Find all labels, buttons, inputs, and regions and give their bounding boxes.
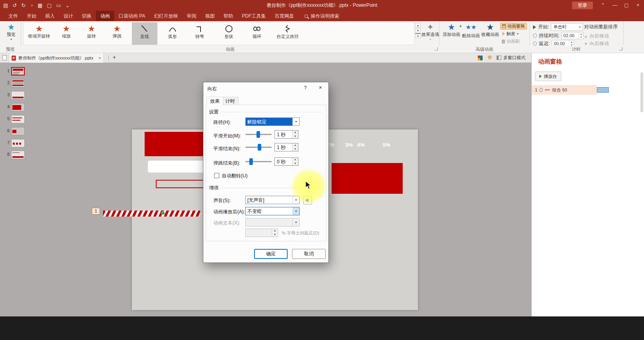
slide-thumbnail-8[interactable]: [11, 151, 25, 159]
ok-button[interactable]: 确定: [254, 249, 288, 259]
save-icon[interactable]: ▤: [3, 2, 8, 8]
slider-thumb[interactable]: [256, 131, 260, 138]
settings-gear-icon[interactable]: ⚙: [487, 54, 492, 60]
spin-up-icon[interactable]: ▲: [292, 158, 298, 162]
play-from-button[interactable]: 播放自: [535, 72, 561, 81]
slide-thumbnail-3[interactable]: [11, 91, 25, 99]
document-tab[interactable]: P 教你制作《ppt制作xxxxxxx功能》.pptx ×: [9, 53, 104, 63]
maximize-button[interactable]: ▢: [620, 0, 632, 11]
spin-down-icon[interactable]: ▼: [292, 162, 298, 166]
slide-thumbnail-2[interactable]: [11, 79, 25, 87]
auto-reverse-checkbox[interactable]: [214, 173, 219, 178]
gallery-item-shape[interactable]: 形状: [216, 22, 242, 45]
tab-view[interactable]: 视图: [201, 11, 219, 21]
open-folder-icon[interactable]: ▭: [56, 2, 61, 8]
gallery-item-arc[interactable]: 弧形: [160, 22, 185, 45]
gallery-item-bounce[interactable]: ★ 弹跳: [105, 22, 129, 45]
slide-thumbnail-5[interactable]: [11, 115, 25, 123]
animation-number-tag[interactable]: 1: [92, 208, 100, 215]
path-dropdown[interactable]: 解除锁定 ▾: [245, 117, 300, 126]
slide-thumbnail-6[interactable]: [11, 127, 25, 135]
sound-dropdown[interactable]: [无声音] ▾: [245, 196, 300, 204]
tab-slideshow[interactable]: 幻灯片放映: [149, 11, 182, 21]
animation-timeline-bar[interactable]: [597, 87, 609, 93]
tab-baidu-pan[interactable]: 百度网盘: [270, 11, 298, 21]
minimize-button[interactable]: —: [609, 0, 621, 11]
spin-down-icon[interactable]: ▼: [292, 147, 298, 151]
dropdown-arrow-icon[interactable]: ▾: [292, 196, 299, 204]
effect-options-button[interactable]: ✦ 效果选项 ▾: [421, 22, 439, 41]
cancel-button[interactable]: 取消: [292, 249, 326, 259]
pane-scrollbar[interactable]: [640, 72, 643, 112]
animation-pane-button[interactable]: 动画窗格: [500, 23, 527, 30]
duration-spinner[interactable]: 02.00 ▲▼: [561, 32, 584, 39]
animation-painter-button[interactable]: 动画刷: [500, 38, 521, 45]
redo-icon[interactable]: ↻: [21, 2, 26, 8]
animation-pane-item[interactable]: 1 组合 50: [532, 85, 597, 95]
tab-insert[interactable]: 插入: [41, 11, 59, 21]
bounce-end-slider[interactable]: [245, 158, 272, 165]
gallery-item-spin[interactable]: ★ 旋转: [79, 22, 104, 45]
tab-overflow-icon[interactable]: ⋮: [106, 55, 111, 60]
spin-up-icon[interactable]: ▲: [569, 40, 574, 44]
new-file-icon[interactable]: ▢: [47, 2, 52, 8]
tab-pocket-animation[interactable]: 口袋动画 PA: [114, 11, 149, 21]
slider-thumb[interactable]: [258, 144, 261, 151]
motion-path-end-dot[interactable]: [161, 211, 165, 215]
tell-me-search[interactable]: 操作说明搜索: [304, 11, 339, 21]
file-page-icon[interactable]: [2, 55, 7, 60]
sound-volume-button[interactable]: [303, 196, 312, 205]
close-button[interactable]: ×: [632, 0, 644, 11]
gallery-item-line[interactable]: 直线: [132, 22, 157, 45]
dropdown-arrow-icon[interactable]: ▾: [577, 25, 582, 29]
dialog-close-icon[interactable]: ×: [319, 84, 322, 91]
close-tab-icon[interactable]: ×: [99, 56, 101, 60]
smooth-start-value[interactable]: 1 秒 ▲▼: [274, 130, 298, 139]
smooth-end-value[interactable]: 1 秒 ▲▼: [274, 143, 298, 151]
tab-file[interactable]: 文件: [4, 11, 22, 21]
gallery-item-loop[interactable]: 循环: [244, 22, 270, 45]
tab-design[interactable]: 设计: [59, 11, 78, 21]
gallery-item-zoom[interactable]: ★ 缩放: [54, 22, 78, 45]
spin-down-icon[interactable]: ▼: [292, 135, 298, 139]
dialog-tab-timing[interactable]: 计时: [222, 97, 239, 105]
repeat-icon[interactable]: ◔: [30, 2, 33, 8]
preview-button[interactable]: ★ 预览 ▾: [2, 22, 20, 41]
smooth-end-slider[interactable]: [245, 143, 272, 151]
slide-thumbnail-1[interactable]: [11, 67, 25, 76]
tab-review[interactable]: 审阅: [182, 11, 201, 21]
tab-pdf-tools[interactable]: PDF工具集: [237, 11, 270, 21]
after-animation-dropdown[interactable]: 不变暗 ▾: [245, 207, 300, 215]
gallery-item-turn[interactable]: 转弯: [187, 22, 213, 45]
slide-thumbnail-7[interactable]: [11, 139, 25, 147]
tab-home[interactable]: 开始: [22, 11, 41, 21]
tab-animations[interactable]: 动画: [96, 11, 114, 21]
trigger-button[interactable]: 触发 ▾: [500, 30, 520, 37]
add-animation-button[interactable]: ★+ 添加动画: [442, 22, 461, 38]
red-bar-right[interactable]: [332, 163, 403, 194]
timing-dialog-launcher-icon[interactable]: [619, 47, 622, 50]
dialog-help-icon[interactable]: ?: [304, 85, 307, 91]
gallery-item-custom-path[interactable]: 自定义路径: [272, 22, 304, 45]
start-dropdown[interactable]: 单击时 ▾: [551, 23, 583, 31]
animation-dialog-launcher-icon[interactable]: [435, 47, 438, 50]
ribbon-display-options-icon[interactable]: ⌃: [597, 0, 609, 11]
undo-icon[interactable]: ↺: [12, 2, 17, 8]
gallery-scroll-up-icon[interactable]: ▴: [415, 23, 421, 28]
theme-palette-icon[interactable]: [478, 56, 483, 60]
tab-help[interactable]: 帮助: [219, 11, 237, 21]
spin-up-icon[interactable]: ▲: [579, 32, 583, 36]
login-button[interactable]: 登录: [572, 2, 593, 9]
new-tab-icon[interactable]: +: [113, 54, 116, 60]
grid-icon[interactable]: ▦: [38, 2, 42, 8]
gallery-more-icon[interactable]: ▾: [415, 33, 421, 38]
dropdown-arrow-icon[interactable]: ▾: [292, 207, 299, 215]
favorite-animation-button[interactable]: ★ 收藏动画: [481, 22, 499, 38]
multi-window-mode-button[interactable]: 多窗口模式: [497, 55, 525, 61]
more-commands-icon[interactable]: ⌄: [66, 2, 70, 8]
spin-down-icon[interactable]: ▼: [579, 36, 583, 39]
slide-thumbnail-4[interactable]: [11, 103, 25, 111]
striped-animation-object[interactable]: [103, 211, 200, 217]
gallery-item-shrink-turn[interactable]: ★ 收缩并旋转: [25, 22, 54, 45]
cool-animation-button[interactable]: ★★ 酷炫动画: [462, 22, 480, 39]
